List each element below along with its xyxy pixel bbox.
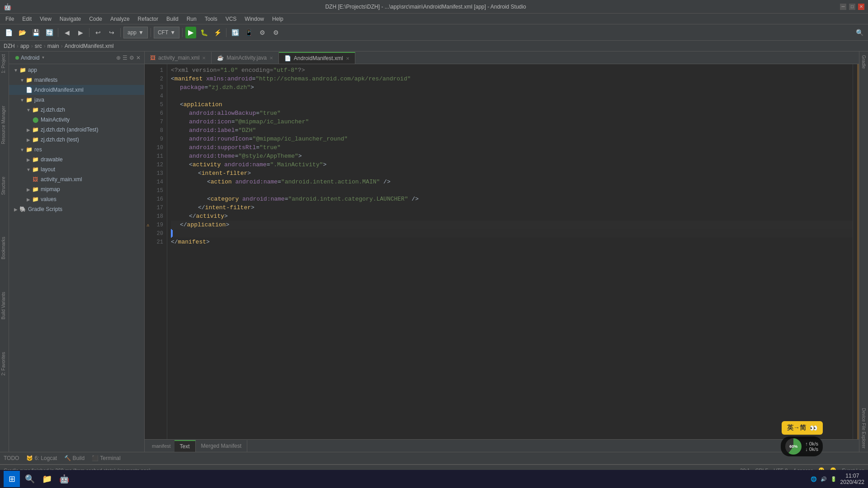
sync-gradle-button[interactable]: 🔃 (229, 27, 241, 38)
terminal-tab[interactable]: ⬛ Terminal (92, 453, 120, 463)
taskbar-app1-button[interactable]: 🤖 (56, 471, 72, 487)
logcat-tab[interactable]: 🐱 6: Logcat (26, 453, 57, 463)
tree-item-java[interactable]: ▼ 📁 java (9, 95, 144, 105)
code-line-20 (171, 229, 853, 238)
breadcrumb-dzh[interactable]: DZH (4, 43, 15, 49)
clock-time: 11:07 (840, 473, 864, 479)
resource-manager-tab[interactable]: Resource Manager (0, 103, 9, 147)
expand-arrow-gradle: ▶ (13, 207, 19, 212)
tree-item-test[interactable]: ▶ 📁 zj.dzh.dzh (test) (9, 135, 144, 145)
menu-refactor[interactable]: Refactor (134, 15, 162, 23)
settings-panel-icon[interactable]: ⚙ (129, 55, 134, 61)
breadcrumb-main[interactable]: main (47, 43, 59, 49)
menu-window[interactable]: Window (241, 15, 268, 23)
logcat-label: 6: Logcat (35, 455, 57, 461)
tab-androidmanifest-close[interactable]: ✕ (346, 56, 349, 61)
tree-item-drawable[interactable]: ▶ 📁 drawable (9, 155, 144, 164)
code-line-18: </activity> (171, 212, 853, 221)
undo-button[interactable]: ↩ (92, 27, 104, 38)
cft-selector[interactable]: CFT ▼ (154, 27, 179, 38)
bookmarks-tab[interactable]: Bookmarks (0, 234, 9, 262)
res-folder-icon: 📁 (25, 146, 33, 153)
menu-build[interactable]: Build (163, 15, 182, 23)
tree-label-mainactivity: MainActivity (41, 117, 70, 123)
tree-item-app[interactable]: ▼ 📁 app (9, 65, 144, 75)
minimize-button[interactable]: ─ (840, 4, 846, 10)
new-file-button[interactable]: 📄 (3, 27, 14, 38)
structure-tab[interactable]: Structure (0, 174, 9, 198)
taskbar-files-button[interactable]: 📁 (39, 471, 55, 487)
avd-button[interactable]: 📱 (243, 27, 255, 38)
settings-button[interactable]: ⚙ (270, 27, 282, 38)
project-tree: ▼ 📁 app ▼ 📁 manifests 📄 AndroidManifest.… (9, 64, 144, 452)
code-editor[interactable]: 1 2 3 4 5 6 7 8 9 10 11 12 13 14 15 16 1 (145, 64, 853, 439)
breadcrumb-src[interactable]: src (35, 43, 42, 49)
tree-item-androidmanifest[interactable]: 📄 AndroidManifest.xml (9, 85, 144, 95)
code-content[interactable]: <?xml version="1.0" encoding="utf-8"?> <… (167, 64, 853, 439)
tree-item-gradle[interactable]: ▶ 🐘 Gradle Scripts (9, 204, 144, 214)
translation-widget[interactable]: 英→简 👀 (782, 421, 823, 435)
debug-button[interactable]: 🐛 (198, 27, 210, 38)
start-button[interactable]: ⊞ (4, 471, 20, 487)
sync-button[interactable]: 🔄 (43, 27, 55, 38)
line-num-12: 12 (145, 160, 167, 169)
close-panel-icon[interactable]: ✕ (136, 55, 141, 61)
window-controls[interactable]: ─ □ ✕ (840, 4, 864, 10)
build-variants-tab[interactable]: Build Variants (0, 289, 9, 322)
network-circle: 60% (785, 438, 802, 455)
back-button[interactable]: ◀ (61, 27, 73, 38)
redo-button[interactable]: ↪ (106, 27, 118, 38)
text-tab[interactable]: Text (175, 440, 196, 452)
app-selector[interactable]: app ▼ (123, 27, 148, 38)
menu-navigate[interactable]: Navigate (56, 15, 85, 23)
collapse-icon[interactable]: ☰ (123, 55, 127, 61)
save-button[interactable]: 💾 (30, 27, 42, 38)
menu-code[interactable]: Code (85, 15, 106, 23)
gradle-tab[interactable]: Gradle (860, 52, 868, 72)
close-button[interactable]: ✕ (858, 4, 864, 10)
menu-help[interactable]: Help (269, 15, 287, 23)
menu-edit[interactable]: Edit (19, 15, 35, 23)
search-button[interactable]: 🔍 (854, 27, 865, 38)
taskbar-search-button[interactable]: 🔍 (22, 471, 38, 487)
tree-item-androidtest[interactable]: ▶ 📁 zj.dzh.dzh (androidTest) (9, 125, 144, 135)
tab-androidmanifest[interactable]: 📄 AndroidManifest.xml ✕ (279, 52, 355, 64)
tree-label-activity-main: activity_main.xml (41, 176, 82, 183)
breadcrumb-file[interactable]: AndroidManifest.xml (65, 43, 114, 49)
tree-item-package[interactable]: ▼ 📁 zj.dzh.dzh (9, 105, 144, 115)
tree-item-activity-main[interactable]: 🖼 activity_main.xml (9, 174, 144, 184)
run-button[interactable]: ▶ (185, 27, 196, 38)
menu-view[interactable]: View (36, 15, 55, 23)
build-tab[interactable]: 🔨 Build (64, 453, 85, 463)
tree-item-mipmap[interactable]: ▶ 📁 mipmap (9, 184, 144, 194)
profile-button[interactable]: ⚡ (212, 27, 223, 38)
menu-run[interactable]: Run (183, 15, 200, 23)
menu-tools[interactable]: Tools (201, 15, 221, 23)
tab-activity-main-close[interactable]: ✕ (202, 56, 206, 61)
android-view-selector[interactable]: Android ▼ (13, 54, 47, 62)
device-file-explorer-tab[interactable]: Device File Explorer (860, 404, 868, 452)
tree-item-res[interactable]: ▼ 📁 res (9, 145, 144, 155)
favorites-tab[interactable]: 2: Favorites (0, 349, 9, 378)
tab-mainactivity-close[interactable]: ✕ (269, 56, 273, 61)
tab-activity-main[interactable]: 🖼 activity_main.xml ✕ (145, 52, 212, 64)
tree-item-layout[interactable]: ▼ 📁 layout (9, 164, 144, 174)
project-tab[interactable]: 1: Project (0, 52, 9, 76)
maximize-button[interactable]: □ (849, 4, 855, 10)
tree-item-values[interactable]: ▶ 📁 values (9, 194, 144, 204)
tree-item-mainactivity[interactable]: ⬤ MainActivity (9, 115, 144, 125)
menu-vcs[interactable]: VCS (222, 15, 241, 23)
sdk-button[interactable]: ⚙ (256, 27, 268, 38)
forward-button[interactable]: ▶ (75, 27, 86, 38)
android-dropdown-icon: ▼ (41, 56, 45, 60)
tab-mainactivity[interactable]: ☕ MainActivity.java ✕ (212, 52, 278, 64)
tree-item-manifests[interactable]: ▼ 📁 manifests (9, 75, 144, 85)
breadcrumb-app[interactable]: app (20, 43, 29, 49)
menu-analyze[interactable]: Analyze (107, 15, 133, 23)
open-button[interactable]: 📂 (16, 27, 28, 38)
menu-file[interactable]: File (2, 15, 18, 23)
locate-icon[interactable]: ⊕ (116, 55, 121, 61)
merged-manifest-tab[interactable]: Merged Manifest (196, 440, 247, 452)
todo-tab[interactable]: TODO (4, 453, 19, 463)
breadcrumb: DZH › app › src › main › AndroidManifest… (0, 41, 868, 52)
